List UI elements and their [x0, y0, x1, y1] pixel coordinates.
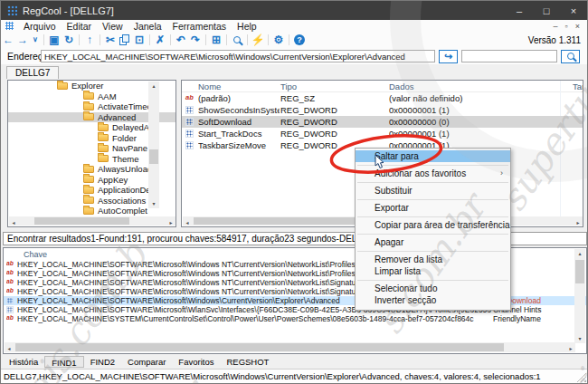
paste-icon[interactable]: ⊡: [132, 33, 147, 47]
new-key-icon[interactable]: ⊞: [209, 33, 223, 47]
scroll-left-arrow[interactable]: ◂: [183, 218, 192, 227]
menu-janela[interactable]: Janela: [128, 21, 167, 32]
tab-dellg7[interactable]: DELLG7: [6, 66, 59, 79]
tree-vertical-scrollbar[interactable]: ▴ ▾: [148, 82, 159, 208]
folder-icon: [98, 145, 109, 152]
scroll-down-arrow[interactable]: ▾: [149, 199, 158, 208]
scroll-left-arrow[interactable]: ◂: [9, 218, 18, 227]
scrollbar-thumb[interactable]: [149, 149, 158, 164]
column-nome[interactable]: Nome: [198, 82, 221, 91]
regcool-window: RegCool - [DELLG7] – □ × Arquivo Editar …: [0, 0, 588, 384]
status-bar: DELLG7,HKEY_LOCAL_MACHINE\SOFTWARE\Micro…: [1, 369, 587, 384]
results-horizontal-scrollbar[interactable]: ◂ ▸: [5, 342, 575, 352]
close-button[interactable]: ×: [560, 1, 587, 20]
back-icon[interactable]: ←: [1, 33, 15, 47]
minimize-button[interactable]: –: [506, 1, 533, 20]
bottom-tab-bar: História FIND1 FIND2 Comparar Favoritos …: [3, 356, 275, 368]
tab-historia[interactable]: História: [3, 356, 44, 368]
menu-item-inverter-seccao[interactable]: Inverter secção: [356, 294, 510, 306]
scroll-left-arrow[interactable]: ◂: [5, 344, 14, 353]
address-input[interactable]: [41, 50, 435, 62]
column-tipo[interactable]: Tipo: [280, 82, 297, 91]
undo-icon[interactable]: ↶: [174, 33, 188, 47]
address-label: Endereço: [1, 51, 41, 62]
quick-search-button[interactable]: [561, 50, 580, 63]
tab-regshot[interactable]: REGSHOT: [220, 356, 275, 368]
menu-item-selecionar-tudo[interactable]: Selecionar tudo: [356, 283, 510, 294]
value-row-softdownload[interactable]: SoftDownload REG_DWORD 0x00000000 (0): [182, 116, 583, 128]
column-tamanho[interactable]: Tan: [573, 82, 583, 91]
menu-item-substituir[interactable]: Substituir: [356, 185, 510, 197]
scroll-right-arrow[interactable]: ▸: [166, 218, 175, 227]
value-row-showseconds[interactable]: ShowSecondsInSystemClock REG_DWORD 0x000…: [182, 104, 583, 116]
menu-item-saltar-para[interactable]: Saltar para: [356, 150, 510, 162]
version-label: Versão 1.311: [528, 35, 587, 45]
dword-value-icon: [6, 297, 14, 304]
folder-icon: [98, 124, 109, 131]
mdi-close-button[interactable]: ×: [575, 22, 580, 31]
tree-horizontal-scrollbar[interactable]: ◂ ▸: [9, 216, 175, 226]
tab-comparar[interactable]: Comparar: [121, 356, 172, 368]
dword-value-icon: [185, 141, 194, 149]
submenu-arrow-icon: ›: [500, 168, 503, 179]
string-value-icon: [6, 279, 14, 285]
column-dados[interactable]: Dados: [389, 82, 413, 91]
scroll-down-arrow[interactable]: ▾: [575, 334, 584, 343]
help-icon[interactable]: ?: [294, 34, 305, 45]
tab-find2[interactable]: FIND2: [84, 356, 121, 368]
tab-find1[interactable]: FIND1: [44, 356, 83, 368]
menu-bar: Arquivo Editar View Janela Ferramentas H…: [1, 20, 587, 32]
go-to-key-button[interactable]: ↪: [439, 50, 458, 63]
scroll-up-arrow[interactable]: ▴: [149, 82, 158, 91]
value-row-padrao[interactable]: (padrão) REG_SZ (valor não definido): [182, 92, 583, 104]
folder-icon: [83, 197, 94, 204]
dword-value-icon: [185, 106, 194, 114]
menu-item-remover-da-lista[interactable]: Remover da lista: [356, 254, 510, 265]
folder-icon: [83, 103, 94, 110]
computer-icon[interactable]: ▣: [47, 33, 62, 47]
value-row-starttrackdocs[interactable]: Start_TrackDocs REG_DWORD 0x00000001 (1): [182, 128, 583, 139]
tab-favoritos[interactable]: Favoritos: [172, 356, 220, 368]
list-header: Nome Tipo Dados Tan: [182, 81, 583, 92]
maximize-button[interactable]: □: [533, 1, 560, 20]
menu-ferramentas[interactable]: Ferramentas: [167, 21, 232, 32]
window-title: RegCool - [DELLG7]: [23, 5, 114, 16]
dword-value-icon: [185, 130, 194, 138]
menu-item-adicionar-aos-favoritos[interactable]: Adicionar aos favoritos›: [356, 168, 510, 179]
menu-item-apagar[interactable]: Apagar: [356, 236, 510, 248]
title-bar: RegCool - [DELLG7] – □ ×: [1, 1, 587, 20]
history-dropdown-icon[interactable]: ∨: [30, 33, 41, 47]
forward-icon[interactable]: →: [15, 33, 30, 47]
scroll-right-arrow[interactable]: ▸: [574, 218, 583, 227]
quick-search-input[interactable]: [461, 50, 557, 62]
menu-item-limpar-lista[interactable]: Limpar lista: [356, 265, 510, 277]
scroll-up-arrow[interactable]: ▴: [575, 249, 584, 258]
mdi-restore-button[interactable]: ▫: [565, 22, 568, 31]
mdi-minimize-button[interactable]: –: [554, 22, 558, 31]
menu-editar[interactable]: Editar: [62, 21, 97, 32]
settings-gear-icon[interactable]: ⚙: [271, 33, 286, 47]
menu-view[interactable]: View: [97, 21, 128, 32]
scroll-right-arrow[interactable]: ▸: [566, 344, 575, 353]
refresh-icon[interactable]: ↻: [62, 33, 76, 47]
compare-icon[interactable]: ⚡: [251, 33, 265, 47]
menu-item-copiar[interactable]: Copiar para área de transferência: [356, 219, 510, 231]
folder-icon: [98, 134, 109, 141]
scrollbar-thumb[interactable]: [15, 343, 504, 351]
scrollbar-thumb[interactable]: [575, 260, 584, 283]
up-icon[interactable]: ↑: [82, 33, 97, 47]
folder-icon: [83, 176, 94, 183]
delete-icon[interactable]: ✗: [153, 33, 167, 47]
menu-item-exportar[interactable]: Exportar: [356, 202, 510, 214]
menu-help[interactable]: Help: [232, 21, 262, 32]
menu-arquivo[interactable]: Arquivo: [18, 21, 62, 32]
folder-icon: [57, 82, 68, 90]
redo-icon[interactable]: ↷: [188, 33, 203, 47]
results-vertical-scrollbar[interactable]: ▴ ▾: [574, 249, 585, 343]
folder-icon: [83, 166, 94, 173]
copy-icon[interactable]: [118, 34, 132, 45]
cut-icon[interactable]: ✂: [103, 33, 118, 47]
result-row[interactable]: HKEY_LOCAL_MACHINE\SYSTEM\CurrentControl…: [4, 314, 586, 323]
scrollbar-thumb[interactable]: [34, 217, 129, 225]
search-icon[interactable]: [230, 36, 244, 43]
